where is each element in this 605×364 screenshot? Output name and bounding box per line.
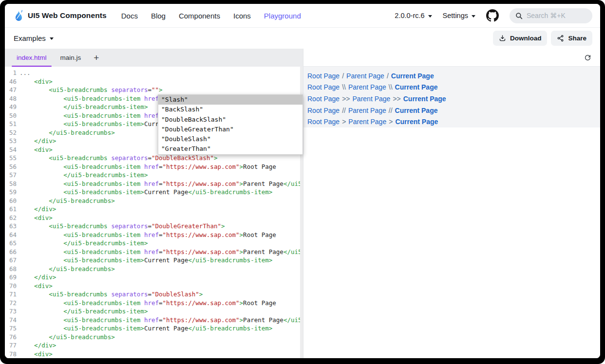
examples-dropdown[interactable]: Examples [14, 34, 54, 42]
breadcrumb-link[interactable]: Parent Page [348, 83, 386, 91]
line-number: 69 [5, 273, 17, 282]
code-line-content: <div> [19, 282, 53, 291]
github-link[interactable] [486, 9, 499, 22]
code-line-content: <ui5-breadcrumbs-item href="https://www.… [19, 316, 303, 325]
nav-link-docs[interactable]: Docs [121, 12, 138, 20]
line-number: 54 [5, 146, 17, 154]
code-line-content: </ui5-breadcrumbs> [19, 333, 115, 342]
primary-nav: Docs Blog Components Icons Playground [121, 12, 301, 20]
download-icon [499, 35, 506, 42]
code-line-content: <div> [19, 146, 53, 154]
preview-toolbar [303, 49, 600, 67]
code-line: 71 <ui5-breadcrumbs separators="DoubleSl… [5, 290, 303, 299]
code-line: 47 <ui5-breadcrumbs separators=""> [5, 86, 303, 94]
breadcrumb-current: Current Page [403, 95, 446, 103]
brand[interactable]: UI5 Web Components [14, 9, 107, 22]
examples-label: Examples [14, 34, 46, 42]
line-number: 71 [5, 290, 17, 299]
breadcrumb-separator: // [342, 107, 346, 114]
nav-link-icons[interactable]: Icons [233, 12, 251, 20]
breadcrumb-link[interactable]: Parent Page [348, 118, 386, 126]
line-number: 78 [5, 350, 17, 359]
line-number: 50 [5, 111, 17, 120]
breadcrumb-link[interactable]: Parent Page [346, 72, 384, 80]
code-line-content: <ui5-breadcrumbs-item>Current Page</ui5-… [19, 188, 272, 197]
breadcrumb-link[interactable]: Root Page [307, 72, 340, 80]
nav-link-playground[interactable]: Playground [264, 12, 301, 20]
code-line-content: <div> [19, 350, 53, 359]
line-number: 56 [5, 163, 17, 171]
breadcrumb-link[interactable]: Parent Page [353, 95, 391, 103]
code-line-content: </div> [19, 137, 56, 146]
refresh-button[interactable] [584, 54, 592, 62]
line-number: 52 [5, 128, 17, 137]
nav-link-blog[interactable]: Blog [151, 12, 166, 20]
ui5-flame-logo-icon [14, 9, 24, 22]
line-number: 47 [5, 86, 17, 94]
code-line-content: <ui5-breadcrumbs-item href="https://www.… [19, 299, 276, 308]
code-line: 72 <ui5-breadcrumbs-item href="https://w… [5, 299, 303, 308]
line-number: 70 [5, 282, 17, 291]
autocomplete-option[interactable]: "GreaterThan" [158, 144, 302, 154]
refresh-icon [584, 54, 592, 62]
code-line: 55 <ui5-breadcrumbs separators="DoubleBa… [5, 154, 303, 163]
line-number: 1 [5, 69, 17, 77]
code-line-content: <div> [19, 214, 53, 222]
line-number: 53 [5, 137, 17, 146]
code-line-content: <ui5-breadcrumbs separators=""> [19, 86, 163, 94]
share-button[interactable]: Share [551, 31, 592, 46]
breadcrumbs-row: Root Page>Parent Page>Current Page [307, 116, 600, 127]
code-line-content: ... [19, 69, 31, 77]
breadcrumbs-row: Root Page/Parent Page/Current Page [307, 70, 600, 82]
breadcrumbs-row: Root Page//Parent Page//Current Page [307, 105, 600, 116]
download-button[interactable]: Download [493, 31, 548, 46]
code-line: 64 <ui5-breadcrumbs-item href="https://w… [5, 231, 303, 239]
breadcrumb-separator: > [389, 118, 393, 126]
tab-main-js[interactable]: main.js [54, 49, 88, 67]
code-line-content: <ui5-breadcrumbs-item href="https://www.… [19, 180, 303, 188]
code-line-content: <ui5-breadcrumbs-item href="https://www.… [19, 163, 276, 171]
code-line: 76 </ui5-breadcrumbs> [5, 333, 303, 342]
breadcrumb-current: Current Page [395, 118, 438, 126]
code-line: 60 </ui5-breadcrumbs> [5, 197, 303, 205]
code-line: 68 </ui5-breadcrumbs> [5, 265, 303, 273]
tab-index-html[interactable]: index.html [10, 49, 54, 67]
breadcrumb-link[interactable]: Root Page [307, 95, 340, 103]
autocomplete-option[interactable]: "DoubleSlash" [158, 134, 302, 144]
breadcrumb-separator: / [342, 72, 344, 80]
code-line: 69 </div> [5, 273, 303, 282]
line-number: 63 [5, 222, 17, 231]
code-line-content: </div> [19, 341, 56, 350]
code-line: 74 <ui5-breadcrumbs-item href="https://w… [5, 316, 303, 325]
autocomplete-option[interactable]: "DoubleGreaterThan" [158, 125, 302, 134]
breadcrumb-link[interactable]: Parent Page [348, 107, 386, 114]
code-line: 66 <ui5-breadcrumbs-item href="https://w… [5, 248, 303, 256]
autocomplete-option[interactable]: "Slash" [158, 95, 302, 105]
nav-link-components[interactable]: Components [179, 12, 220, 20]
line-number: 64 [5, 231, 17, 239]
code-line: 1... [5, 69, 303, 77]
search-input[interactable]: Search ⌘+K [510, 8, 592, 23]
code-line-content: </div> [19, 205, 56, 214]
breadcrumb-current: Current Page [391, 72, 434, 80]
add-tab-button[interactable]: + [88, 49, 105, 67]
breadcrumb-link[interactable]: Root Page [307, 118, 340, 126]
line-number: 46 [5, 77, 17, 86]
code-line-content: <ui5-breadcrumbs-item>Current Page</ui5-… [19, 256, 272, 265]
line-number: 68 [5, 265, 17, 273]
breadcrumb-link[interactable]: Root Page [307, 107, 340, 114]
breadcrumb-separator: \\ [342, 83, 346, 91]
line-number: 61 [5, 205, 17, 214]
version-dropdown[interactable]: 2.0.0-rc.6 [395, 12, 432, 19]
autocomplete-option[interactable]: "DoubleBackSlash" [158, 115, 302, 125]
navbar-right: 2.0.0-rc.6 Settings [395, 8, 592, 23]
code-line-content: </ui5-breadcrumbs-item> [19, 239, 148, 248]
breadcrumb-current: Current Page [395, 83, 438, 91]
code-line: 67 <ui5-breadcrumbs-item>Current Page</u… [5, 256, 303, 265]
code-line-content: </ui5-breadcrumbs-item> [19, 171, 148, 180]
autocomplete-option[interactable]: "BackSlash" [158, 105, 302, 114]
settings-dropdown[interactable]: Settings [443, 12, 475, 19]
breadcrumb-separator: \\ [389, 83, 393, 91]
breadcrumb-separator: > [342, 118, 346, 126]
breadcrumb-link[interactable]: Root Page [307, 83, 340, 91]
